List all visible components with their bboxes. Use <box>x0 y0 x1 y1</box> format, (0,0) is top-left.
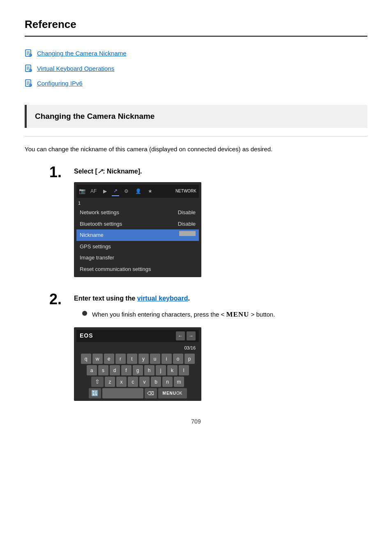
camera-tabs: 📷 AF ▶ ↗ ⚙ 👤 ★ NETWORK <box>76 185 199 198</box>
vkb-row-1: q w e r t y u i o p <box>76 354 199 364</box>
toc-item-1: Changing the Camera Nickname <box>25 49 367 58</box>
toc-item-3: Configuring IPv6 <box>25 79 367 88</box>
key-v[interactable]: v <box>139 377 150 387</box>
key-z[interactable]: z <box>105 377 115 387</box>
key-backspace[interactable]: ⌫ <box>145 388 157 398</box>
key-y[interactable]: y <box>138 354 149 364</box>
menu-item-bluetooth: Bluetooth settings Disable <box>76 218 199 230</box>
page-title: Reference <box>25 16 367 37</box>
document-icon <box>25 49 33 58</box>
step-2-label: Enter text using the virtual keyboard. <box>74 294 367 303</box>
network-label: NETWORK <box>175 188 196 194</box>
tab-settings: ⚙ <box>122 187 130 196</box>
tab-network: ↗ <box>112 186 119 196</box>
key-symbol[interactable]: 🔣 <box>89 388 101 398</box>
section-divider <box>25 136 367 137</box>
tab-play: ▶ <box>101 187 108 196</box>
key-j[interactable]: j <box>156 365 166 375</box>
toc-link-3[interactable]: Configuring IPv6 <box>37 79 83 88</box>
step-1-content: Select [↗: Nickname]. 📷 AF ▶ ↗ ⚙ 👤 ★ NET… <box>74 167 367 282</box>
key-p[interactable]: p <box>184 354 195 364</box>
key-g[interactable]: g <box>133 365 143 375</box>
key-w[interactable]: w <box>92 354 103 364</box>
tab-custom: 👤 <box>134 187 143 196</box>
toc-link-2[interactable]: Virtual Keyboard Operations <box>37 64 114 74</box>
vkb-arrow-left[interactable]: ← <box>176 331 185 340</box>
tab-icon-camera: 📷 <box>79 187 85 195</box>
key-b[interactable]: b <box>151 377 161 387</box>
key-r[interactable]: r <box>115 354 126 364</box>
key-f[interactable]: f <box>121 365 131 375</box>
key-o[interactable]: o <box>173 354 183 364</box>
section-heading: Changing the Camera Nickname <box>25 105 367 128</box>
menu-item-nickname: Nickname <box>76 229 199 241</box>
step-2-bullet: When you finish entering characters, pre… <box>82 309 367 320</box>
step-1-number: 1. <box>49 165 70 180</box>
step-1-label: Select [↗: Nickname]. <box>74 167 367 176</box>
key-t[interactable]: t <box>127 354 137 364</box>
key-h[interactable]: h <box>144 365 154 375</box>
key-k[interactable]: k <box>167 365 178 375</box>
key-m[interactable]: m <box>174 377 184 387</box>
key-x[interactable]: x <box>116 377 127 387</box>
key-l[interactable]: l <box>179 365 189 375</box>
toc-item-2: Virtual Keyboard Operations <box>25 64 367 74</box>
menu-item-image-transfer: Image transfer <box>76 252 199 264</box>
step-2-number: 2. <box>49 292 70 307</box>
key-i[interactable]: i <box>161 354 172 364</box>
vkb-row-2: a s d f g h j k l <box>76 365 199 375</box>
key-s[interactable]: s <box>98 365 108 375</box>
key-e[interactable]: e <box>104 354 114 364</box>
camera-screen: 📷 AF ▶ ↗ ⚙ 👤 ★ NETWORK 1 Network setting… <box>74 182 201 278</box>
document-icon-3 <box>25 79 33 88</box>
menu-item-reset: Reset communication settings <box>76 264 199 275</box>
tab-star: ★ <box>146 187 154 196</box>
key-n[interactable]: n <box>162 377 173 387</box>
menu-bold-text: MENU <box>226 310 249 318</box>
virtual-keyboard-link[interactable]: virtual keyboard <box>137 295 188 302</box>
step-1-container: 1. Select [↗: Nickname]. 📷 AF ▶ ↗ ⚙ 👤 ★ … <box>49 167 367 282</box>
key-u[interactable]: u <box>150 354 160 364</box>
bullet-dot <box>82 311 87 316</box>
step-2-label-prefix: Enter text using the <box>74 295 137 302</box>
vkb-bottom-row: 🔣 ⌫ MENU OK <box>76 388 199 398</box>
document-icon-2 <box>25 65 33 73</box>
step-2-label-suffix: . <box>188 295 189 302</box>
bullet-text: When you finish entering characters, pre… <box>92 309 275 320</box>
key-c[interactable]: c <box>128 377 138 387</box>
key-d[interactable]: d <box>110 365 120 375</box>
vkb-row-3: ⇧ z x c v b n m <box>76 377 199 387</box>
vkb-arrows: ← → <box>176 331 196 340</box>
camera-row-num: 1 <box>76 199 199 207</box>
key-a[interactable]: a <box>87 365 97 375</box>
key-q[interactable]: q <box>81 354 91 364</box>
step-2-content: Enter text using the virtual keyboard. W… <box>74 294 367 401</box>
menu-item-gps: GPS settings <box>76 241 199 252</box>
virtual-keyboard-screen: EOS ← → 03/16 q w e r t y u i o p <box>74 327 201 401</box>
vkb-text-field: EOS <box>80 331 93 340</box>
step-1-label-text: Select [↗: Nickname]. <box>74 168 142 175</box>
key-shift[interactable]: ⇧ <box>91 377 104 387</box>
toc-list: Changing the Camera Nickname Virtual Key… <box>25 49 367 88</box>
vkb-arrow-right[interactable]: → <box>187 331 196 340</box>
step-2-container: 2. Enter text using the virtual keyboard… <box>49 294 367 401</box>
tab-af: AF <box>89 187 98 196</box>
vkb-header: EOS ← → <box>76 330 199 342</box>
vkb-counter: 03/16 <box>76 344 199 352</box>
key-menu-ok[interactable]: MENU OK <box>158 388 187 398</box>
key-space[interactable] <box>102 388 143 398</box>
page-number: 709 <box>25 417 367 426</box>
section-intro: You can change the nickname of this came… <box>25 145 367 154</box>
menu-item-network-settings: Network settings Disable <box>76 207 199 218</box>
toc-link-1[interactable]: Changing the Camera Nickname <box>37 49 127 58</box>
